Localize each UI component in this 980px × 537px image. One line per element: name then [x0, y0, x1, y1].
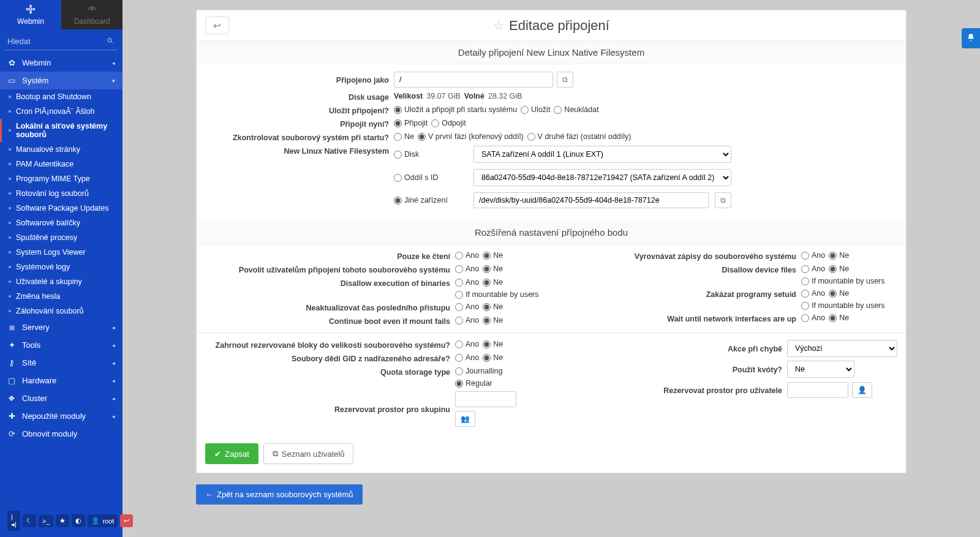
svg-point-5 — [108, 39, 111, 42]
user-list-button[interactable]: ⧉ Seznam uživatelů — [263, 443, 354, 464]
sidebar-item-spu-t-n-procesy[interactable]: Spuštěné procesy — [0, 230, 123, 245]
opt-no[interactable]: Ne — [483, 251, 503, 260]
nlnf-disk-radio[interactable]: Disk — [394, 150, 467, 159]
opt-no[interactable]: Ne — [483, 316, 503, 325]
user-pill[interactable]: 👤root — [88, 514, 118, 527]
search-input[interactable] — [5, 33, 118, 50]
nlnf-disk-select[interactable]: SATA zařízení A oddíl 1 (Linux EXT) — [473, 146, 731, 163]
sidebar-item-cron-pl-nova-loh[interactable]: Cron PlÃ¡novaÃ¨ Ãšloh — [0, 104, 123, 119]
opt-extra[interactable]: If mountable by users — [801, 301, 885, 310]
opt-yes[interactable]: Ano — [801, 265, 825, 273]
nav-networks[interactable]: ⚷Sítě◂ — [0, 354, 123, 372]
theme-button[interactable]: ◐ — [72, 514, 85, 527]
opt-no[interactable]: Ne — [829, 289, 849, 298]
opt-no[interactable]: Ne — [483, 302, 503, 311]
save-mount-opt3[interactable]: Neukládat — [554, 105, 598, 114]
sidebar-item-z-lohov-n-soubor[interactable]: Zálohování souborů — [0, 304, 123, 318]
opt-yes[interactable]: Ano — [801, 251, 825, 260]
err-action-select[interactable]: Výchozí — [787, 340, 897, 357]
reserved-no[interactable]: Ne — [483, 340, 503, 348]
quota-regular[interactable]: Regular — [455, 379, 492, 388]
user-label: root — [102, 517, 114, 525]
sidebar-item-lok-ln-a-s-ov-syst-my-soubor[interactable]: Lokální a síťové systémy souborů — [0, 119, 123, 142]
save-mount-opt1[interactable]: Uložit a připojit při startu systému — [394, 105, 517, 114]
opt-yes[interactable]: Ano — [455, 251, 479, 260]
terminal-button[interactable]: >_ — [39, 515, 54, 527]
opt-extra[interactable]: If mountable by users — [801, 277, 885, 285]
fsck-opt2[interactable]: V první fázi (kořenový oddíl) — [418, 132, 524, 141]
fsck-opt3[interactable]: V druhé fázi (ostatní oddíly) — [527, 132, 631, 141]
favorites-button[interactable]: ★ — [56, 514, 69, 527]
tab-webmin[interactable]: Webmin — [0, 0, 61, 29]
opt-extra[interactable]: If mountable by users — [455, 290, 539, 299]
quota-journalling[interactable]: Journalling — [455, 367, 502, 375]
bell-icon — [967, 34, 975, 43]
pick-user-button[interactable]: 👤 — [852, 382, 872, 398]
nlnf-other-radio[interactable]: Jiné zařízení — [394, 196, 467, 205]
opt-no[interactable]: Ne — [829, 314, 849, 322]
nlnf-partid-radio[interactable]: Oddíl s ID — [394, 173, 467, 182]
opt-yes[interactable]: Ano — [455, 265, 479, 273]
sidebar-item-softwarov-bal-ky[interactable]: Softwarové balíčky — [0, 216, 123, 230]
nav-system[interactable]: ▭ Systém ▾ — [0, 72, 123, 89]
opt-yes[interactable]: Ano — [455, 316, 479, 325]
nav-cluster[interactable]: ❖Cluster◂ — [0, 389, 123, 407]
collapse-sidebar-button[interactable]: |◂| — [7, 511, 20, 531]
opt-no[interactable]: Ne — [483, 278, 503, 287]
back-button[interactable]: ↩ — [205, 17, 229, 34]
nav-unused[interactable]: ✚Nepoužité moduly◂ — [0, 407, 123, 425]
opt-yes[interactable]: Ano — [801, 289, 825, 298]
sidebar-item-rotov-n-log-soubor[interactable]: Rotování log souborů — [0, 186, 123, 201]
save-mount-opt2[interactable]: Uložit — [521, 105, 550, 114]
opt-no[interactable]: Ne — [829, 265, 849, 273]
sidebar-item-pam-autentikace[interactable]: PAM Autentikace — [0, 157, 123, 171]
sidebar-item-zm-na-hesla[interactable]: Změna hesla — [0, 289, 123, 304]
fsck-label: Zkontrolovat souborový systém při startu… — [205, 132, 389, 142]
nav-webmin-label: Webmin — [22, 58, 51, 67]
sidebar-item-syst-mov-logy[interactable]: Systémové logy — [0, 260, 123, 274]
opt-yes[interactable]: Ano — [455, 278, 479, 287]
opt-no[interactable]: Ne — [829, 251, 849, 260]
opt-yes[interactable]: Ano — [455, 302, 479, 311]
fsck-opt1[interactable]: Ne — [394, 132, 414, 141]
sidebar-item-software-package-updates[interactable]: Software Package Updates — [0, 201, 123, 216]
pick-group-button[interactable]: 👥 — [455, 411, 475, 427]
mount-now-opt1[interactable]: Připojit — [394, 119, 428, 127]
disk-free-label: Volné — [464, 92, 484, 100]
nav-hardware[interactable]: ▢Hardware◂ — [0, 372, 123, 389]
save-button[interactable]: ✔ Zapsat — [205, 443, 258, 464]
use-quotas-select[interactable]: Ne — [787, 361, 854, 378]
search-icon[interactable] — [107, 37, 114, 47]
back-to-list-button[interactable]: ← Zpět na seznam souborových systémů — [196, 484, 363, 505]
gid-yes[interactable]: Ano — [455, 353, 479, 362]
browse-path-button[interactable]: ⧉ — [557, 72, 573, 88]
mounted-as-input[interactable] — [394, 72, 553, 88]
notifications-tab[interactable] — [962, 28, 980, 48]
reserved-yes[interactable]: Ano — [455, 340, 479, 348]
opt-no[interactable]: Ne — [483, 265, 503, 273]
nlnf-other-input[interactable] — [473, 192, 709, 208]
reserve-user-input[interactable] — [787, 382, 848, 398]
sidebar-item-manualov-str-nky[interactable]: Manualové stránky — [0, 142, 123, 157]
dark-mode-button[interactable]: ☾ — [23, 514, 36, 527]
favorite-star-icon[interactable]: ☆ — [493, 18, 504, 33]
logout-button[interactable]: ↩ — [120, 514, 133, 527]
tab-dashboard[interactable]: Dashboard — [61, 0, 123, 29]
svg-point-2 — [30, 12, 32, 13]
sidebar-item-programy-mime-type[interactable]: Programy MIME Type — [0, 171, 123, 186]
disk-size-value: 39.07 GiB — [426, 92, 461, 100]
nav-servers[interactable]: ≣Servery◂ — [0, 318, 123, 336]
gid-no[interactable]: Ne — [483, 353, 503, 362]
reserve-group-input[interactable] — [455, 391, 516, 407]
nlnf-browse-button[interactable]: ⧉ — [715, 192, 731, 208]
mount-now-opt2[interactable]: Odpojit — [431, 119, 466, 127]
nav-refresh[interactable]: ⟳Obnovit moduly — [0, 425, 123, 443]
nav-webmin[interactable]: ✿ Webmin ◂ — [0, 54, 123, 72]
opt-yes[interactable]: Ano — [801, 314, 825, 322]
sidebar-item-system-logs-viewer[interactable]: System Logs Viewer — [0, 245, 123, 260]
sidebar-item-bootup-and-shutdown[interactable]: Bootup and Shutdown — [0, 89, 123, 104]
disk-size-label: Velikost — [394, 92, 423, 100]
sidebar-item-u-ivatel-a-skupiny[interactable]: Uživatelé a skupiny — [0, 274, 123, 289]
nlnf-partid-select[interactable]: 86a02470-55d9-404d-8e18-78712e719427 (SA… — [473, 169, 731, 186]
nav-tools[interactable]: ✦Tools◂ — [0, 336, 123, 354]
